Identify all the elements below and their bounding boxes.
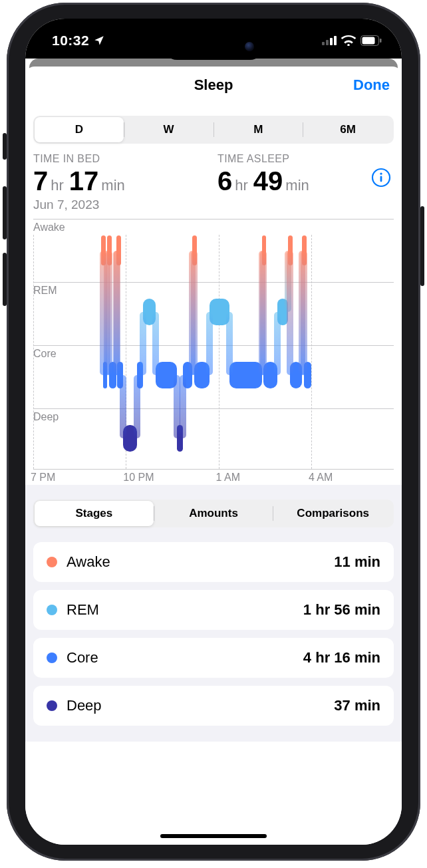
time-in-bed: TIME IN BED 7 hr 17 min Jun 7, 2023	[33, 153, 210, 212]
svg-rect-3	[334, 36, 337, 45]
chart-transition	[287, 251, 293, 376]
chart-transition	[226, 312, 233, 375]
stage-row[interactable]: Awake11 min	[33, 542, 394, 582]
chart-transition	[120, 375, 126, 438]
stage-color-dot	[47, 652, 57, 663]
location-icon	[93, 35, 105, 47]
stage-row[interactable]: REM1 hr 56 min	[33, 590, 394, 630]
seg-month[interactable]: M	[214, 117, 303, 142]
chart-transition	[191, 251, 198, 376]
summary-metrics: TIME IN BED 7 hr 17 min Jun 7, 2023 TIME…	[33, 153, 394, 212]
chart-segment	[229, 362, 262, 388]
wifi-icon	[341, 35, 356, 46]
range-segmented-control[interactable]: D W M 6M	[33, 116, 394, 144]
seg-comparisons[interactable]: Comparisons	[273, 501, 392, 526]
svg-rect-6	[380, 39, 382, 43]
chart-transition	[180, 375, 186, 438]
chart-transition	[206, 312, 213, 375]
page-title: Sleep	[194, 76, 233, 94]
chart-transition	[134, 375, 140, 438]
view-segmented-control[interactable]: Stages Amounts Comparisons	[33, 500, 394, 527]
stage-row[interactable]: Core4 hr 16 min	[33, 638, 394, 678]
stage-color-dot	[47, 700, 57, 711]
svg-rect-2	[330, 38, 333, 45]
stage-name: REM	[67, 601, 99, 619]
chart-transition	[152, 312, 159, 375]
done-button[interactable]: Done	[353, 76, 390, 94]
chart-transition	[274, 312, 281, 375]
seg-day[interactable]: D	[35, 117, 124, 142]
time-asleep: TIME ASLEEP 6 hr 49 min	[217, 153, 394, 212]
battery-icon	[360, 35, 382, 46]
svg-rect-0	[322, 42, 325, 45]
stage-value: 37 min	[334, 697, 380, 714]
status-time: 10:32	[52, 33, 89, 49]
stage-name: Awake	[67, 553, 110, 571]
svg-point-8	[380, 173, 382, 175]
chart-transition	[260, 251, 267, 376]
stage-color-dot	[47, 557, 57, 567]
stage-value: 4 hr 16 min	[303, 649, 380, 666]
chart-transition	[106, 251, 112, 376]
svg-rect-1	[326, 40, 329, 45]
stage-name: Core	[67, 649, 98, 666]
seg-amounts[interactable]: Amounts	[154, 501, 273, 526]
svg-rect-5	[362, 37, 375, 45]
chart-transition	[140, 312, 146, 375]
sleep-sheet: Sleep Done D W M 6M	[25, 67, 402, 845]
stage-name: Deep	[67, 697, 102, 714]
home-indicator[interactable]	[160, 834, 267, 838]
svg-rect-9	[380, 176, 382, 182]
seg-6month[interactable]: 6M	[303, 117, 392, 142]
chart-transition	[114, 251, 120, 376]
stage-row[interactable]: Deep37 min	[33, 686, 394, 726]
nav-bar: Sleep Done	[25, 67, 402, 104]
chart-transition	[301, 251, 307, 376]
stage-value: 1 hr 56 min	[303, 601, 380, 619]
stage-value: 11 min	[334, 553, 380, 571]
sleep-stages-chart[interactable]: Awake REM Core Deep	[33, 219, 394, 485]
cellular-icon	[322, 36, 337, 45]
seg-stages[interactable]: Stages	[35, 501, 154, 526]
stage-color-dot	[47, 605, 57, 615]
seg-week[interactable]: W	[124, 117, 214, 142]
info-button[interactable]	[371, 168, 391, 188]
